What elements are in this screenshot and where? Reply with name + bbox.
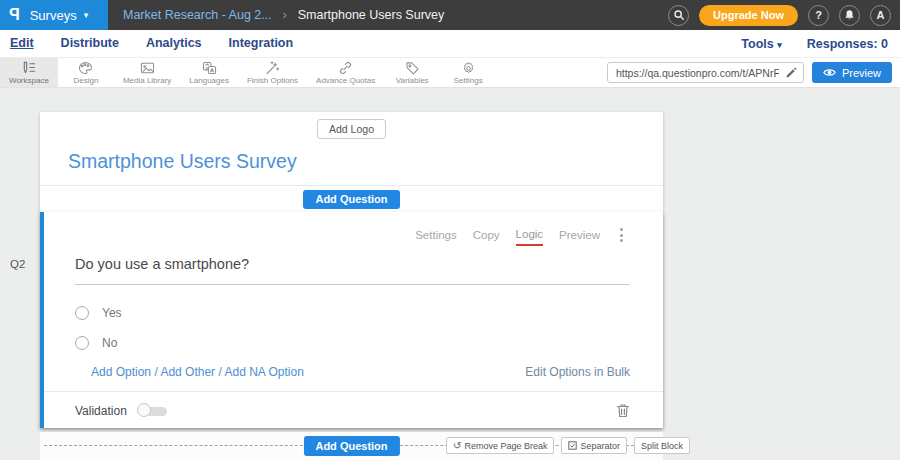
- add-option-link[interactable]: Add Option: [91, 365, 151, 379]
- help-button[interactable]: ?: [808, 5, 829, 26]
- avatar[interactable]: A: [870, 5, 891, 26]
- pencil-icon: [785, 66, 798, 79]
- question-tab-preview[interactable]: Preview: [559, 229, 600, 245]
- option-label-yes[interactable]: Yes: [102, 306, 122, 320]
- page-break-section: Add Question ↺ Remove Page Break Separat…: [40, 432, 663, 460]
- tools-menu[interactable]: Tools ▾: [741, 37, 781, 51]
- option-links-row: Add Option / Add Other / Add NA Option E…: [44, 365, 663, 392]
- notifications-button[interactable]: [839, 5, 860, 26]
- preview-button[interactable]: Preview: [812, 62, 892, 83]
- responses-count: Responses: 0: [807, 37, 888, 51]
- survey-url-wrap: [607, 62, 804, 83]
- image-icon: [140, 61, 155, 75]
- survey-url-input[interactable]: [607, 62, 804, 83]
- delete-question-button[interactable]: [616, 403, 630, 418]
- toolbar-item-advance-quotas[interactable]: Advance Quotas: [307, 58, 384, 87]
- add-question-section-top: Add Question: [40, 185, 663, 212]
- toolbar-item-languages[interactable]: Languages: [180, 58, 238, 87]
- breadcrumb-survey-name: Smartphone Users Survey: [298, 8, 445, 22]
- question-block: Settings Copy Logic Preview Do you use a…: [40, 212, 663, 428]
- remove-page-break-button[interactable]: ↺ Remove Page Break: [446, 437, 554, 454]
- edit-options-in-bulk-link[interactable]: Edit Options in Bulk: [525, 365, 630, 379]
- search-button[interactable]: [668, 5, 689, 26]
- bell-icon: [844, 9, 855, 21]
- product-label: Surveys: [30, 8, 77, 23]
- option-row: Yes: [75, 305, 663, 320]
- survey-nav: Edit Distribute Analytics Integration To…: [0, 30, 900, 57]
- add-question-button-top[interactable]: Add Question: [303, 190, 399, 209]
- checkbox-checked-icon: [568, 441, 577, 450]
- topbar-actions: Upgrade Now ? A: [668, 5, 900, 26]
- tag-icon: [405, 61, 420, 75]
- tab-edit[interactable]: Edit: [10, 36, 34, 51]
- question-tab-settings[interactable]: Settings: [415, 229, 457, 245]
- nav-tabs: Edit Distribute Analytics Integration: [0, 36, 293, 51]
- validation-label: Validation: [75, 404, 127, 418]
- answer-options: Yes No: [44, 285, 663, 350]
- add-other-link[interactable]: Add Other: [160, 365, 215, 379]
- split-block-button[interactable]: Split Block: [634, 437, 690, 454]
- remove-page-break-icon: ↺: [453, 441, 461, 451]
- radio-button-no[interactable]: [75, 336, 89, 350]
- magic-wand-icon: [265, 61, 280, 75]
- questionpro-logo-icon: P: [9, 6, 20, 24]
- toolbar-right: Preview: [607, 58, 900, 87]
- question-text-field[interactable]: Do you use a smartphone?: [75, 256, 630, 285]
- separator-button[interactable]: Separator: [561, 437, 627, 454]
- upgrade-now-button[interactable]: Upgrade Now: [699, 5, 798, 26]
- add-option-links: Add Option / Add Other / Add NA Option: [91, 365, 304, 379]
- chain-links-icon: [338, 61, 353, 75]
- validation-toggle[interactable]: [137, 403, 168, 418]
- trash-icon: [616, 403, 630, 418]
- question-tab-copy[interactable]: Copy: [473, 229, 500, 245]
- option-label-no[interactable]: No: [102, 336, 117, 350]
- edit-url-button[interactable]: [785, 66, 798, 79]
- translate-icon: [202, 61, 217, 75]
- workspace-icon: [21, 61, 36, 75]
- tab-analytics[interactable]: Analytics: [146, 36, 202, 51]
- question-more-menu[interactable]: [616, 227, 627, 247]
- toolbar-item-settings[interactable]: Settings: [440, 58, 496, 87]
- question-number-label: Q2: [10, 258, 25, 270]
- tab-distribute[interactable]: Distribute: [61, 36, 119, 51]
- caret-down-icon: ▾: [777, 40, 782, 50]
- survey-title[interactable]: Smartphone Users Survey: [40, 150, 663, 173]
- eye-icon: [823, 68, 836, 77]
- toolbar-item-workspace[interactable]: Workspace: [0, 58, 58, 87]
- gear-icon: [461, 61, 476, 75]
- question-toolbar: Settings Copy Logic Preview: [44, 212, 663, 247]
- toolbar-item-media-library[interactable]: Media Library: [114, 58, 180, 87]
- survey-card: Add Logo Smartphone Users Survey Add Que…: [40, 112, 663, 428]
- breadcrumb-separator: ›: [283, 8, 287, 22]
- breadcrumb-folder[interactable]: Market Research - Aug 2...: [123, 8, 272, 22]
- toolbar-item-variables[interactable]: Variables: [384, 58, 440, 87]
- radio-button-yes[interactable]: [75, 306, 89, 320]
- palette-icon: [78, 61, 93, 75]
- tab-integration[interactable]: Integration: [229, 36, 294, 51]
- validation-row: Validation: [44, 392, 663, 418]
- surveys-product-menu[interactable]: P Surveys ▾: [0, 0, 108, 30]
- add-na-option-link[interactable]: Add NA Option: [224, 365, 303, 379]
- caret-down-icon: ▾: [84, 10, 89, 20]
- survey-header-section: Add Logo Smartphone Users Survey: [40, 112, 663, 185]
- add-question-button-bottom[interactable]: Add Question: [303, 436, 399, 456]
- page-break-controls: ↺ Remove Page Break Separator Split Bloc…: [446, 437, 690, 454]
- add-logo-button[interactable]: Add Logo: [317, 119, 386, 139]
- breadcrumb: Market Research - Aug 2... › Smartphone …: [123, 8, 444, 22]
- toolbar-item-finish-options[interactable]: Finish Options: [238, 58, 307, 87]
- nav-right: Tools ▾ Responses: 0: [741, 37, 900, 51]
- option-row: No: [75, 335, 663, 350]
- editor-toolbar: Workspace Design Media Library Languages…: [0, 57, 900, 88]
- toolbar-item-design[interactable]: Design: [58, 58, 114, 87]
- question-tab-logic[interactable]: Logic: [516, 228, 544, 246]
- top-bar: P Surveys ▾ Market Research - Aug 2... ›…: [0, 0, 900, 30]
- search-icon: [673, 9, 685, 21]
